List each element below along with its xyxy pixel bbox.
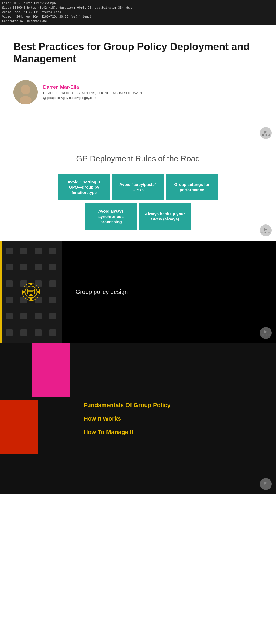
slide1-divider <box>13 69 175 69</box>
play-icon-3: ▶ <box>264 329 267 334</box>
slide2-title: GP Deployment Rules of the Road <box>13 154 263 163</box>
course-item-1: How It Works <box>84 415 263 422</box>
file-info-line5: Generated by Thumbnail.me <box>2 19 274 23</box>
course-item-0: Fundamentals Of Group Policy <box>84 402 263 409</box>
play-icon-4: ▶ <box>264 481 267 485</box>
slide3-right-panel: Group policy design <box>62 241 276 343</box>
rule-box-3: Avoid always synchronous processing <box>85 203 137 230</box>
svg-point-2 <box>20 96 32 104</box>
rules-row-1: Avoid 1 setting, 1 GPO—group by function… <box>58 174 218 201</box>
timestamp-text-1: 00:00:18 <box>261 134 270 136</box>
timestamp-text-2: 00:00:34 <box>261 231 270 234</box>
file-info-line1: File: 01 - Course Overview.mp4 <box>2 1 274 6</box>
timestamp-badge-3: ▶ 00:00:52 <box>260 327 272 339</box>
slide-gp-rules: GP Deployment Rules of the Road Avoid 1 … <box>0 143 276 241</box>
play-icon-2: ▶ <box>264 227 267 231</box>
gp-rules-grid: Avoid 1 setting, 1 GPO—group by function… <box>13 174 263 230</box>
timestamp-badge-1: ▶ 00:00:18 <box>260 127 272 139</box>
svg-point-16 <box>30 297 32 298</box>
slide4-right-panel: Fundamentals Of Group Policy How It Work… <box>70 343 276 494</box>
file-info-line3: Audio: aac, 44100 Hz, stereo (eng) <box>2 10 274 15</box>
file-info-line4: Video: h264, yuv420p, 1280x720, 30.00 fp… <box>2 15 274 19</box>
yellow-accent-bar <box>0 241 2 343</box>
svg-point-15 <box>29 297 30 298</box>
timestamp-badge-2: ▶ 00:00:34 <box>260 224 272 236</box>
pink-block <box>32 343 70 397</box>
presenter-role: HEAD OF PRODUCT/SEMPERIS, FOUNDER/SDM SO… <box>43 91 143 95</box>
slide3-left-panel <box>0 241 62 343</box>
svg-rect-6 <box>30 298 32 301</box>
rule-box-2: Group settings for performance <box>166 174 218 201</box>
presenter-social: @grouppolicyguy https://gpoguy.com <box>43 96 143 100</box>
file-info-line2: Size: 3589045 bytes (3.42 MiB), duration… <box>2 6 274 10</box>
slide1-title: Best Practices for Group Policy Deployme… <box>13 41 263 65</box>
timestamp-badge-4: ▶ 00:00:42 <box>260 478 272 490</box>
presenter-info: Darren Mar-Elia HEAD OF PRODUCT/SEMPERIS… <box>43 84 143 100</box>
presenter-name: Darren Mar-Elia <box>43 84 143 90</box>
slide-best-practices: Best Practices for Group Policy Deployme… <box>0 25 276 143</box>
avatar <box>13 80 38 104</box>
slide-course-outline: Fundamentals Of Group Policy How It Work… <box>0 343 276 494</box>
svg-point-18 <box>29 298 30 299</box>
presenter-section: Darren Mar-Elia HEAD OF PRODUCT/SEMPERIS… <box>13 80 263 104</box>
play-icon-1: ▶ <box>264 130 267 134</box>
svg-rect-5 <box>30 283 32 285</box>
rule-box-4: Always back up your GPOs (always) <box>139 203 191 230</box>
svg-point-17 <box>32 297 33 298</box>
svg-point-19 <box>32 298 33 299</box>
svg-rect-7 <box>22 291 25 293</box>
slide3-label: Group policy design <box>75 288 263 295</box>
svg-point-1 <box>21 85 30 94</box>
rules-row-2: Avoid always synchronous processing Alwa… <box>85 203 191 230</box>
svg-rect-14 <box>29 295 33 296</box>
red-block <box>0 400 38 454</box>
svg-rect-8 <box>37 291 40 293</box>
slide-group-policy-design: Group policy design ▶ 00:00:52 <box>0 241 276 343</box>
course-item-2: How To Manage It <box>84 429 263 436</box>
file-info-bar: File: 01 - Course Overview.mp4 Size: 358… <box>0 0 276 25</box>
timestamp-text-4: 00:00:42 <box>261 485 270 487</box>
avatar-image <box>13 80 38 104</box>
rule-box-0: Avoid 1 setting, 1 GPO—group by function… <box>58 174 110 201</box>
gear-robot-icon <box>20 281 42 303</box>
slide4-left-panel <box>0 343 70 494</box>
rule-box-1: Avoid "copy/paste" GPOs <box>112 174 164 201</box>
svg-rect-10 <box>28 289 34 294</box>
timestamp-text-3: 00:00:52 <box>261 334 270 336</box>
